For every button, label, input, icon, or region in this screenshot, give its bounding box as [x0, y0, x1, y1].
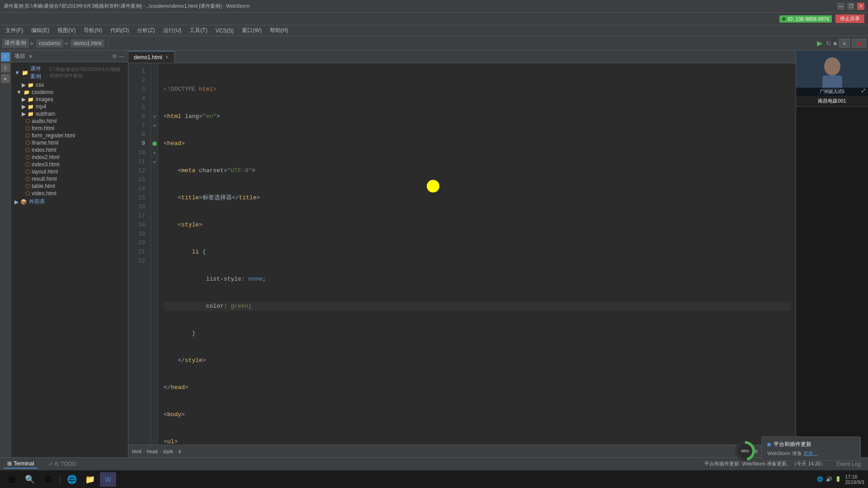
gutter-9 [151, 139, 158, 148]
project-collapse-button[interactable]: — [119, 53, 124, 60]
file-form-label: form.html [32, 125, 54, 131]
gutter-4 [151, 94, 158, 103]
file-video[interactable]: ⬡ video.html [11, 190, 128, 197]
file-layout[interactable]: ⬡ layout.html [11, 168, 128, 175]
memory-inner: 46% [738, 444, 752, 458]
line-8: 8 [130, 130, 149, 139]
menu-analyze[interactable]: 分析(Z) [133, 26, 158, 35]
file-table[interactable]: ⬡ table.html [11, 183, 128, 190]
toolbar: 课件案例 ▶ cssdemo ▶ demo1.html ▶ ↻ ■ ≡ 🐞 [0, 36, 868, 51]
file-html-icon2: ⬡ [25, 125, 30, 131]
minimize-button[interactable]: — [837, 3, 844, 10]
line-21: 21 [130, 248, 149, 257]
menu-window[interactable]: 窗口(W) [238, 26, 265, 35]
gutter-fold-10[interactable]: ▼ [151, 148, 158, 157]
breadcrumb-root[interactable]: 课件案例 [2, 38, 29, 48]
code-content[interactable]: <!DOCTYPE html> <html lang="en"> <head> … [158, 63, 796, 445]
folder-css[interactable]: ▶ 📁 css [11, 81, 128, 89]
stop-run-button[interactable]: ■ [833, 40, 837, 47]
close-button[interactable]: ✕ [857, 3, 864, 10]
file-result[interactable]: ⬡ result.html [11, 175, 128, 183]
favorites-icon[interactable]: ★ [1, 74, 10, 83]
menu-tools[interactable]: 工具(T) [186, 26, 211, 35]
bc-sep1: › [143, 449, 145, 454]
project-title: 项目 [14, 52, 25, 60]
editor-tab-demo1[interactable]: demo1.html ✕ [128, 51, 175, 63]
menu-code[interactable]: 代码(O) [107, 26, 132, 35]
folder-images[interactable]: ▶ 📁 images [11, 96, 128, 103]
tab-terminal[interactable]: ⊞ Terminal [4, 460, 38, 469]
file-audio-label: audio.html [32, 118, 57, 124]
folder-cssdemo[interactable]: ▼ 📁 cssdemo [11, 89, 128, 96]
code-line-2: <html lang="en"> [164, 112, 790, 121]
structure-icon[interactable]: S [1, 63, 10, 72]
file-index[interactable]: ⬡ index.html [11, 146, 128, 154]
file-audio[interactable]: ⬡ audio.html [11, 117, 128, 125]
gutter-fold-7[interactable]: ▼ [151, 121, 158, 130]
menu-help[interactable]: 帮助(H) [266, 26, 292, 35]
breadcrumb-cssdemo[interactable]: cssdemo [36, 39, 63, 47]
folder-mp4[interactable]: ▶ 📁 mp4 [11, 103, 128, 110]
video-expand-button[interactable]: ⤢ [861, 87, 866, 94]
extlib-label: 外部库 [29, 198, 45, 206]
breadcrumb-file[interactable]: demo1.html [71, 39, 104, 47]
line-11: 11 [130, 157, 149, 166]
notif-detail: WebStorm 准备 更新... [767, 450, 855, 457]
file-form[interactable]: ⬡ form.html [11, 125, 128, 132]
menu-file[interactable]: 文件(F) [2, 26, 27, 35]
project-dropdown-icon: ▼ [28, 54, 33, 59]
code-editor[interactable]: 1 2 3 4 5 6 7 8 9 10 11 12 13 14 15 16 1 [128, 63, 796, 445]
notif-title: 平台和插件更新 [767, 441, 855, 448]
debug-button[interactable]: 🐞 [852, 39, 866, 47]
external-libs[interactable]: ▶ 📦 外部库 [11, 197, 128, 206]
stop-share-button[interactable]: 停止共享 [835, 14, 864, 23]
tab-close-icon[interactable]: ✕ [165, 55, 169, 60]
gutter-fold-6[interactable]: ▼ [151, 112, 158, 121]
breakpoint-icon[interactable] [152, 141, 157, 146]
gutter-17 [151, 211, 158, 221]
project-settings-button[interactable]: ⚙ [112, 53, 117, 60]
gutter-1 [151, 67, 158, 76]
line-6: 6 [130, 112, 149, 121]
file-iframe[interactable]: ⬡ iframe.html [11, 139, 128, 146]
file-table-label: table.html [32, 183, 55, 189]
menu-run[interactable]: 运行(U) [160, 26, 185, 35]
gutter-5 [151, 103, 158, 112]
bc-head[interactable]: head [146, 449, 157, 454]
file-index3[interactable]: ⬡ index3.html [11, 161, 128, 168]
code-line-9: ____________color: green; [164, 302, 790, 311]
notif-link[interactable]: 更新... [803, 450, 817, 456]
menu-view[interactable]: 视图(V) [54, 26, 79, 35]
build-button[interactable]: ≡ [839, 39, 850, 47]
title-text: 课件案例 [E:\考碗\暑假合7班\2019年9月3视频和资料\课件案例] - … [4, 3, 250, 9]
file-form-register[interactable]: ⬡ form_register.html [11, 132, 128, 139]
run-button[interactable]: ▶ [815, 38, 824, 48]
menu-edit[interactable]: 编辑(E) [28, 26, 53, 35]
tab-label: demo1.html [134, 54, 162, 61]
status-area: html › head › style › li 9:26 CRLF UTF-8 [128, 445, 796, 457]
gutter-fold-11[interactable]: ▼ [151, 157, 158, 166]
toolbar-separator [108, 39, 108, 48]
maximize-button[interactable]: ❐ [847, 3, 854, 10]
rerun-button[interactable]: ↻ [826, 40, 831, 47]
line-20: 20 [130, 239, 149, 248]
tree-root[interactable]: ▼ 📁 课件案例 E:\考碗\暑假合7班\2019年9月3视频和资料\课件案例 [11, 64, 128, 81]
project-icon[interactable]: P [1, 52, 10, 61]
folder-subfram[interactable]: ▶ 📁 subfram [11, 110, 128, 117]
bc-li[interactable]: li [179, 449, 181, 454]
tab-todo[interactable]: ✓ 6: TODO [45, 460, 80, 468]
status-msg: 平台和插件更新: WebStorm 准备更新。（今天 14:20） [704, 460, 826, 467]
file-index-label: index.html [32, 147, 57, 153]
bc-html[interactable]: html [132, 449, 142, 454]
gutter-22 [151, 257, 158, 266]
bc-style[interactable]: style [163, 449, 174, 454]
line-13: 13 [130, 175, 149, 184]
line-5: 5 [130, 103, 149, 112]
menu-nav[interactable]: 导航(N) [80, 26, 106, 35]
file-index2[interactable]: ⬡ index2.html [11, 154, 128, 161]
file-index3-label: index3.html [32, 161, 59, 168]
tab-event-log[interactable]: Event Log [833, 460, 864, 468]
breadcrumb-sep2: ▶ [65, 41, 69, 46]
code-line-14: <ul> [164, 437, 790, 445]
menu-vcs[interactable]: VCS(S) [212, 27, 238, 35]
